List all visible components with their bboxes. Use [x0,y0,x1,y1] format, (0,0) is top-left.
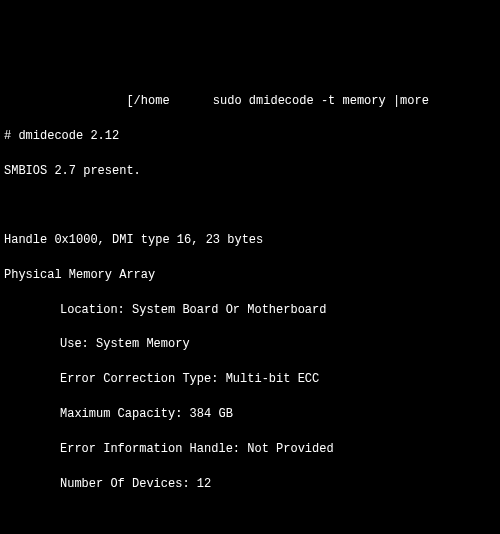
blank-line [4,510,496,527]
field-row: Use: System Memory [4,336,496,353]
field-row: Number Of Devices: 12 [4,476,496,493]
field-row: Error Information Handle: Not Provided [4,441,496,458]
field-row: Error Correction Type: Multi-bit ECC [4,371,496,388]
field-row: Maximum Capacity: 384 GB [4,406,496,423]
cwd: [/home [126,94,169,108]
field-row: Location: System Board Or Motherboard [4,302,496,319]
handle-header: Handle 0x1000, DMI type 16, 23 bytes [4,232,496,249]
prompt-line: [/home sudo dmidecode -t memory |more [4,93,496,110]
command-text: sudo dmidecode -t memory |more [213,94,429,108]
hidden-host [4,94,126,108]
hidden-user [170,94,213,108]
output-line: SMBIOS 2.7 present. [4,163,496,180]
section-title: Physical Memory Array [4,267,496,284]
blank-line [4,197,496,214]
output-line: # dmidecode 2.12 [4,128,496,145]
terminal-output: [/home sudo dmidecode -t memory |more # … [0,70,500,534]
